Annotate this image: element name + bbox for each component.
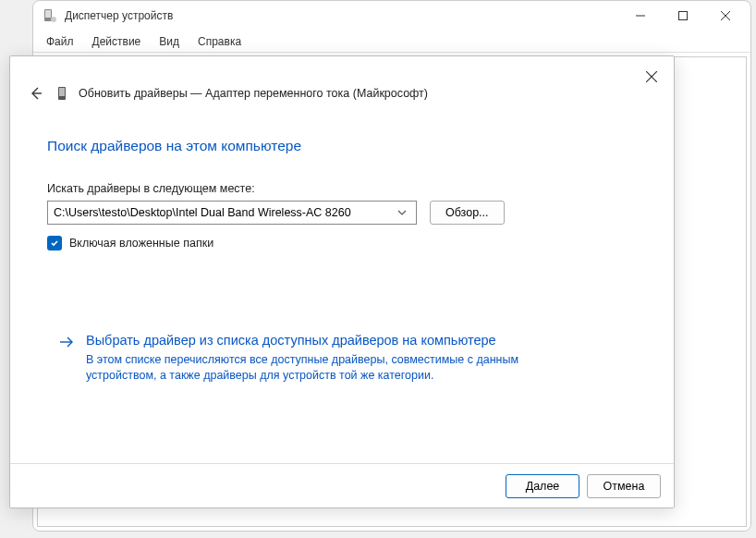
menubar: Файл Действие Вид Справка	[33, 31, 750, 53]
include-subfolders-checkbox[interactable]	[47, 236, 62, 251]
app-icon	[43, 8, 57, 23]
svg-point-2	[51, 17, 56, 22]
pick-from-list-option[interactable]: Выбрать драйвер из списка доступных драй…	[47, 332, 637, 385]
device-icon	[55, 86, 69, 101]
window-title: Диспетчер устройств	[65, 9, 619, 22]
update-drivers-dialog: Обновить драйверы — Адаптер переменного …	[9, 55, 675, 508]
svg-rect-1	[45, 10, 51, 18]
chevron-down-icon	[394, 210, 410, 215]
minimize-button[interactable]	[619, 1, 662, 31]
close-button[interactable]	[704, 1, 747, 31]
option-description: В этом списке перечисляются все доступны…	[86, 352, 567, 385]
search-location-label: Искать драйверы в следующем месте:	[47, 182, 637, 195]
dialog-close-button[interactable]	[639, 64, 665, 90]
svg-rect-11	[59, 88, 65, 96]
back-arrow-icon[interactable]	[27, 84, 45, 103]
browse-button[interactable]: Обзор...	[430, 201, 505, 225]
path-combobox[interactable]: C:\Users\testo\Desktop\Intel Dual Band W…	[47, 201, 417, 225]
titlebar: Диспетчер устройств	[33, 1, 750, 31]
dialog-footer: Далее Отмена	[10, 463, 674, 507]
dialog-header-text: Обновить драйверы — Адаптер переменного …	[79, 87, 428, 100]
include-subfolders-label: Включая вложенные папки	[69, 237, 213, 250]
menu-action[interactable]: Действие	[83, 33, 151, 50]
maximize-button[interactable]	[662, 1, 704, 31]
next-button[interactable]: Далее	[506, 474, 579, 498]
arrow-right-icon	[58, 334, 75, 385]
cancel-button[interactable]: Отмена	[587, 474, 661, 498]
section-title: Поиск драйверов на этом компьютере	[47, 138, 637, 154]
svg-rect-4	[679, 12, 688, 20]
menu-view[interactable]: Вид	[150, 33, 189, 50]
menu-help[interactable]: Справка	[189, 33, 250, 50]
menu-file[interactable]: Файл	[37, 33, 83, 50]
path-value: C:\Users\testo\Desktop\Intel Dual Band W…	[54, 206, 394, 219]
option-title: Выбрать драйвер из списка доступных драй…	[86, 332, 567, 350]
